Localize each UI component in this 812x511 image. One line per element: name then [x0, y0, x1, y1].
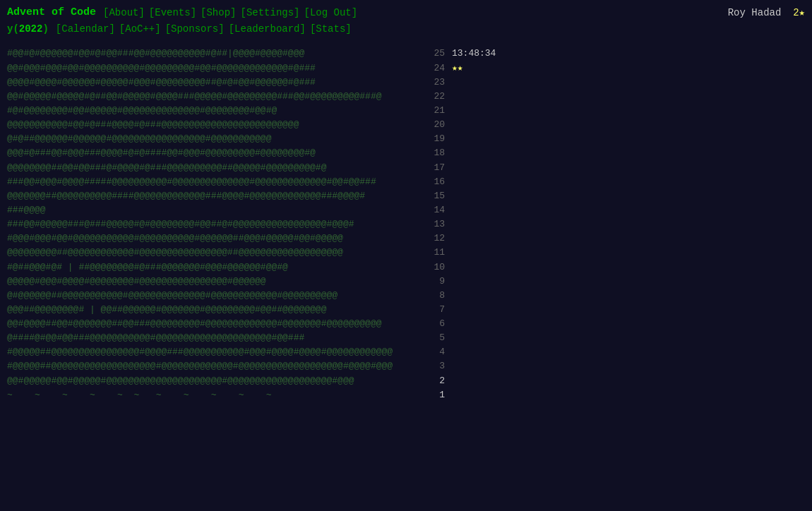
day-number[interactable]: 17 [434, 161, 445, 175]
day-number[interactable]: 8 [439, 289, 445, 303]
day-number[interactable]: 13 [434, 217, 445, 232]
numbers-column: 2524232221201918171615141312111098765432… [410, 47, 452, 402]
tilde-line: ~ ~ ~ ~ ~ ~ ~ ~ ~ ~ ~ [7, 388, 410, 402]
ascii-line: @@@##@@@@@@@@# | @@##@@@@@@#@@@@@@@#@@@@… [7, 303, 410, 317]
ascii-line: @@@@@#@@@#@@@@#@@@@@@@@#@@@@@@@@@@@@@@@@… [7, 275, 410, 289]
user-stars: 2★ [793, 7, 805, 18]
nav-calendar[interactable]: [Calendar] [56, 21, 115, 37]
ascii-line: #@##@@@#@# | ##@@@@@@@@#@###@@@@@@@#@@@#… [7, 260, 410, 275]
user-info: Roy Hadad 2★ [728, 5, 805, 20]
nav-settings[interactable]: [Settings] [240, 5, 299, 20]
day-number[interactable]: 7 [439, 303, 445, 317]
main-content: #@@#@#@@@@@@#@@#@#@@###@@#@@@@@@@@@@#@##… [0, 40, 812, 402]
day-number[interactable]: 20 [434, 118, 445, 132]
day-number[interactable]: 21 [434, 104, 445, 118]
ascii-line: @@#@@@@##@@#@@@@@@@##@@###@@@@@@@@@#@@@@… [7, 317, 410, 331]
ascii-line: @#@@@@@@##@@@@@@@@@@@#@@@@@@@@@@@@@@#@@@… [7, 289, 410, 303]
ascii-line: @@@@@@@@##@@#@@###@#@@@@#@###@@@@@@@@@@#… [7, 161, 410, 175]
day-number[interactable]: 11 [434, 246, 445, 260]
day-number[interactable]: 25 [434, 47, 445, 61]
header-row1: Advent of Code [About] [Events] [Shop] [… [7, 4, 805, 21]
ascii-line: @####@#@@#@@###@@@@@@@@@@@#@@@@@@@@@@@@@… [7, 331, 410, 345]
ascii-line: @@@@@@@@@##@@@@@@@@@@@@#@@@@@@@@@@@@@@@@… [7, 246, 410, 260]
ascii-line: @#@##@@@@@@#@@@@@@#@@@@@@@@@@@@@@@@@#@@@… [7, 132, 410, 146]
day-extra: 13:48:34 [452, 47, 805, 61]
ascii-column: #@@#@#@@@@@@#@@#@#@@###@@#@@@@@@@@@@#@##… [7, 47, 410, 402]
day-number[interactable]: 2 [439, 374, 445, 388]
site-header: Advent of Code [About] [Events] [Shop] [… [0, 0, 812, 40]
nav-stats[interactable]: [Stats] [310, 21, 352, 37]
day-number[interactable]: 9 [439, 275, 445, 289]
day-number[interactable]: 12 [434, 232, 445, 246]
ascii-line: #@@@@@##@@@@@@@@@@@@@@@@@@@#@@@@@@@@@@@@… [7, 359, 410, 373]
day-number[interactable]: 3 [439, 359, 445, 373]
day-number[interactable]: 24 [434, 61, 445, 76]
username: Roy Hadad [728, 7, 782, 18]
nav-leaderboard[interactable]: [Leaderboard] [229, 21, 306, 37]
ascii-line: #@#@@@@@@@@#@@#@@@@@#@@@@@@@@@@@@@@#@@@@… [7, 104, 410, 118]
extra-column: 13:48:34★★ [452, 47, 805, 402]
ascii-line: @@@@@@@@@@@#@@#@###@@@@#@###@@@@@@@@@@@@… [7, 118, 410, 132]
year-badge[interactable]: y(2022) [7, 21, 49, 37]
day-number[interactable]: 15 [434, 189, 445, 203]
day1-stars: ★★ [452, 61, 805, 76]
ascii-line: @@@@#@@@@#@@@@@@#@@@@@#@@@#@@@@@@@@@##@#… [7, 76, 410, 90]
nav-logout[interactable]: [Log Out] [304, 5, 358, 20]
day-number[interactable]: 18 [434, 146, 445, 160]
day-number[interactable]: 6 [439, 317, 445, 331]
ascii-line: @@@#@###@@#@@@###@@@@#@#@####@@#@@@#@@@@… [7, 146, 410, 160]
header-row2: y(2022) [Calendar] [AoC++] [Sponsors] [L… [7, 21, 805, 37]
day-number[interactable]: 10 [434, 260, 445, 275]
nav-shop[interactable]: [Shop] [201, 5, 236, 20]
day-number[interactable]: 22 [434, 90, 445, 104]
day-number[interactable]: 4 [439, 345, 445, 359]
day-number[interactable]: 5 [439, 331, 445, 345]
nav-events[interactable]: [Events] [149, 5, 196, 20]
ascii-line: ###@@#@@@#@@@@#####@@@@@@@@@@#@@@@@@@@@@… [7, 175, 410, 189]
ascii-line: ###@@#@@@@@###@###@@@@@#@#@@@@@@@@#@@##@… [7, 217, 410, 232]
ascii-line: #@@@@@##@@@@@@@@@@@@@@@@#@@@@###@@@@@@@@… [7, 345, 410, 359]
day-number[interactable]: 16 [434, 175, 445, 189]
ascii-line: ###@@@@ [7, 203, 410, 217]
nav-sponsors[interactable]: [Sponsors] [165, 21, 225, 37]
day-number[interactable]: 23 [434, 76, 445, 90]
ascii-line: #@@@#@@@#@@#@@@@@@@@@@@#@@@@@@@@@@#@@@@@… [7, 232, 410, 246]
ascii-line: @@@@@@@##@@@@@@@@@@####@@@@@@@@@@@@@###@… [7, 189, 410, 203]
ascii-line: @@#@@@@@#@@#@@@@@#@@@@@@@@@@@@@@@@@@@@@#… [7, 374, 410, 388]
nav-aocpp[interactable]: [AoC++] [119, 21, 161, 37]
day-number[interactable]: 14 [434, 203, 445, 217]
day-number-1[interactable]: 1 [439, 388, 445, 402]
day-number[interactable]: 19 [434, 132, 445, 146]
nav-about[interactable]: [About] [103, 5, 145, 20]
ascii-line: @@#@@@@@#@@@@@#@##@@#@@@@@#@@@@###@@@@@#… [7, 90, 410, 104]
site-title[interactable]: Advent of Code [7, 4, 96, 21]
ascii-line: @@#@@@#@@@#@@#@@@@@@@@@@#@@@@@@@@@#@@#@@… [7, 61, 410, 76]
ascii-line: #@@#@#@@@@@@#@@#@#@@###@@#@@@@@@@@@@#@##… [7, 47, 410, 61]
